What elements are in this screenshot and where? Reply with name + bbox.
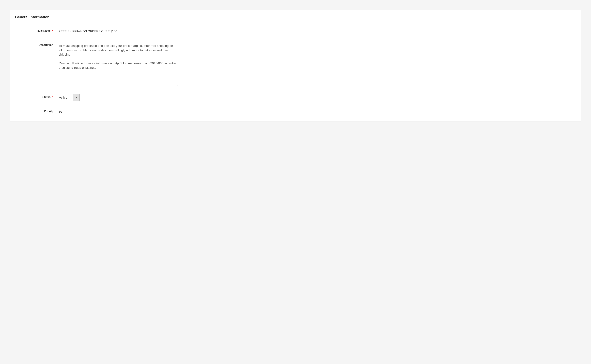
required-mark: *: [52, 96, 53, 98]
rule-name-label-text: Rule Name: [37, 29, 51, 32]
status-label: Status *: [15, 94, 56, 99]
status-select[interactable]: Active: [56, 94, 80, 101]
priority-row: Priority: [15, 108, 576, 115]
rule-name-input[interactable]: [56, 28, 178, 35]
priority-input[interactable]: [56, 108, 178, 115]
description-textarea[interactable]: To make shipping profitable and don't ki…: [56, 42, 178, 86]
rule-name-label: Rule Name *: [15, 28, 56, 32]
status-selected-value: Active: [56, 94, 73, 101]
status-label-text: Status: [42, 96, 51, 98]
chevron-down-icon: [76, 97, 77, 98]
description-label: Description: [15, 42, 56, 46]
priority-label-text: Priority: [44, 110, 53, 113]
description-label-text: Description: [39, 44, 53, 46]
status-row: Status * Active: [15, 94, 576, 101]
section-title: General Information: [15, 15, 576, 22]
description-row: Description To make shipping profitable …: [15, 42, 576, 87]
required-mark: *: [52, 29, 53, 32]
general-information-panel: General Information Rule Name * Descript…: [10, 10, 581, 121]
rule-name-row: Rule Name *: [15, 28, 576, 35]
status-select-handle: [73, 94, 79, 101]
priority-label: Priority: [15, 108, 56, 113]
